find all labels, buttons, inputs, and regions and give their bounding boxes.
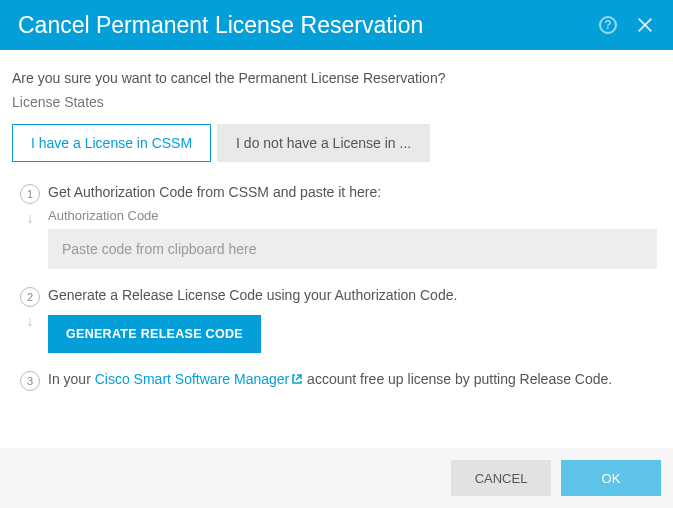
step-2: 2 ↓ Generate a Release License Code usin… (12, 287, 661, 353)
dialog-footer: CANCEL OK (0, 448, 673, 508)
dialog-content: Are you sure you want to cancel the Perm… (0, 50, 673, 395)
step-3-number: 3 (20, 371, 40, 391)
step-2-marker: 2 ↓ (12, 287, 48, 353)
step-3-suffix: account free up license by putting Relea… (303, 371, 612, 387)
step-3: 3 In your Cisco Smart Software Manager a… (12, 371, 661, 395)
step-1-body: Get Authorization Code from CSSM and pas… (48, 184, 661, 269)
step-3-marker: 3 (12, 371, 48, 395)
arrow-down-icon: ↓ (27, 313, 34, 329)
external-link-icon (291, 373, 303, 385)
step-1: 1 ↓ Get Authorization Code from CSSM and… (12, 184, 661, 269)
generate-release-code-button[interactable]: GENERATE RELEASE CODE (48, 315, 261, 353)
close-icon[interactable] (635, 15, 655, 35)
step-1-number: 1 (20, 184, 40, 204)
step-1-marker: 1 ↓ (12, 184, 48, 269)
license-states-label: License States (12, 94, 661, 110)
tab-no-license[interactable]: I do not have a License in ... (217, 124, 430, 162)
step-3-prefix: In your (48, 371, 95, 387)
step-2-body: Generate a Release License Code using yo… (48, 287, 661, 353)
step-3-text: In your Cisco Smart Software Manager acc… (48, 371, 657, 387)
cssm-link[interactable]: Cisco Smart Software Manager (95, 371, 304, 387)
dialog-header: Cancel Permanent License Reservation ? (0, 0, 673, 50)
step-3-body: In your Cisco Smart Software Manager acc… (48, 371, 661, 395)
confirm-text: Are you sure you want to cancel the Perm… (12, 70, 661, 86)
help-icon[interactable]: ? (599, 16, 617, 34)
arrow-down-icon: ↓ (27, 210, 34, 226)
auth-code-input[interactable] (48, 229, 657, 269)
auth-code-label: Authorization Code (48, 208, 657, 223)
header-icons: ? (599, 15, 655, 35)
cssm-link-text: Cisco Smart Software Manager (95, 371, 290, 387)
tabs: I have a License in CSSM I do not have a… (12, 124, 661, 162)
ok-button[interactable]: OK (561, 460, 661, 496)
steps-container: 1 ↓ Get Authorization Code from CSSM and… (12, 184, 661, 395)
dialog-title: Cancel Permanent License Reservation (18, 12, 423, 39)
step-2-number: 2 (20, 287, 40, 307)
step-2-title: Generate a Release License Code using yo… (48, 287, 657, 303)
cancel-button[interactable]: CANCEL (451, 460, 551, 496)
step-1-title: Get Authorization Code from CSSM and pas… (48, 184, 657, 200)
tab-have-license[interactable]: I have a License in CSSM (12, 124, 211, 162)
